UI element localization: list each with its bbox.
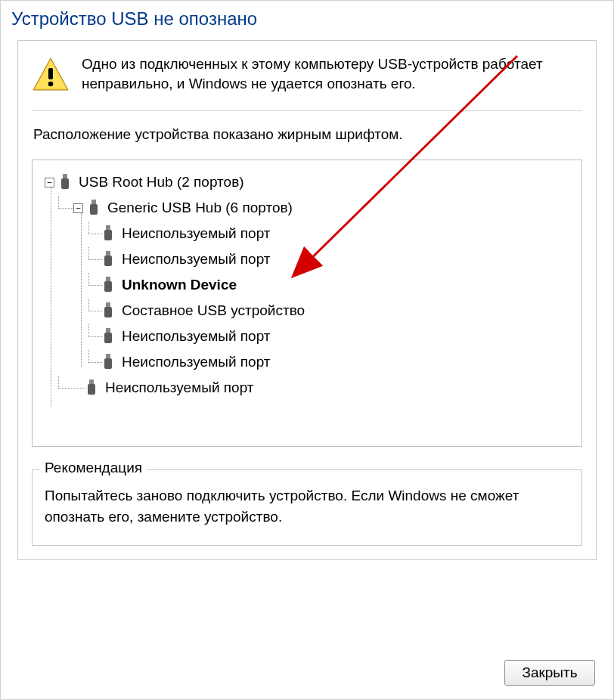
- recommendation-text: Попытайтесь заново подключить устройство…: [45, 485, 569, 527]
- collapse-icon[interactable]: −: [45, 178, 54, 187]
- usb-port-icon: [102, 354, 114, 370]
- dialog-title: Устройство USB не опознано: [1, 1, 613, 40]
- usb-port-icon: [85, 379, 98, 396]
- usb-port-icon: [102, 251, 114, 268]
- tree-node-unknown-device[interactable]: Unknown Device: [37, 272, 577, 298]
- svg-rect-18: [106, 354, 110, 358]
- tree-label: USB Root Hub (2 портов): [79, 174, 244, 190]
- message-row: Одно из подключенных к этому компьютеру …: [32, 53, 582, 94]
- tree-node-root[interactable]: − USB Root Hub (2 портов): [37, 169, 577, 195]
- tree-node-port[interactable]: Неиспользуемый порт: [37, 375, 577, 401]
- usb-port-icon: [102, 225, 114, 242]
- svg-rect-20: [89, 379, 94, 384]
- location-label: Расположение устройства показано жирным …: [33, 126, 582, 143]
- svg-rect-17: [104, 333, 112, 343]
- svg-rect-2: [48, 68, 53, 79]
- tree-label: Неиспользуемый порт: [105, 379, 254, 396]
- divider: [32, 110, 582, 111]
- usb-hub-icon: [88, 200, 100, 216]
- svg-rect-16: [106, 328, 110, 333]
- usb-port-icon: [102, 302, 114, 319]
- svg-rect-19: [104, 358, 112, 369]
- svg-rect-7: [90, 204, 98, 215]
- svg-point-3: [48, 82, 54, 87]
- svg-rect-12: [106, 277, 110, 281]
- svg-rect-10: [106, 251, 110, 256]
- usb-port-icon: [102, 277, 114, 293]
- button-row: Закрыть: [504, 660, 595, 686]
- tree-label: Неиспользуемый порт: [122, 328, 271, 345]
- recommendation-legend: Рекомендация: [40, 460, 147, 476]
- tree-node-port[interactable]: Неиспользуемый порт: [37, 221, 577, 246]
- tree-label: Неиспользуемый порт: [122, 251, 271, 268]
- tree-node-port[interactable]: Неиспользуемый порт: [37, 349, 577, 375]
- tree-node-port[interactable]: Составное USB устройство: [37, 298, 577, 324]
- usb-hub-icon: [59, 174, 71, 190]
- tree-label: Unknown Device: [122, 277, 237, 293]
- tree-label: Generic USB Hub (6 портов): [107, 200, 293, 216]
- device-tree[interactable]: − USB Root Hub (2 портов) −: [32, 160, 582, 447]
- svg-rect-15: [104, 307, 112, 317]
- svg-rect-9: [104, 230, 112, 240]
- svg-rect-13: [104, 281, 112, 292]
- close-button[interactable]: Закрыть: [504, 660, 595, 686]
- tree-node-port[interactable]: Неиспользуемый порт: [37, 246, 577, 272]
- warning-icon: [32, 56, 70, 94]
- svg-rect-14: [106, 302, 110, 307]
- tree-label: Неиспользуемый порт: [122, 354, 271, 370]
- message-text: Одно из подключенных к этому компьютеру …: [82, 53, 582, 93]
- recommendation-box: Рекомендация Попытайтесь заново подключи…: [32, 469, 582, 546]
- tree-label: Неиспользуемый порт: [122, 225, 271, 242]
- collapse-icon[interactable]: −: [73, 203, 83, 213]
- svg-rect-8: [106, 225, 110, 230]
- tree-node-hub[interactable]: − Generic USB Hub (6 портов): [37, 195, 577, 221]
- svg-rect-6: [91, 200, 96, 204]
- svg-rect-11: [104, 256, 112, 266]
- dialog-body: Одно из подключенных к этому компьютеру …: [17, 40, 597, 560]
- usb-port-icon: [102, 328, 114, 345]
- svg-rect-4: [63, 174, 67, 178]
- tree-label: Составное USB устройство: [122, 302, 305, 319]
- svg-rect-21: [88, 384, 95, 395]
- tree-node-port[interactable]: Неиспользуемый порт: [37, 324, 577, 349]
- usb-not-recognized-dialog: Устройство USB не опознано Одно из подкл…: [0, 0, 614, 700]
- svg-rect-5: [61, 178, 69, 189]
